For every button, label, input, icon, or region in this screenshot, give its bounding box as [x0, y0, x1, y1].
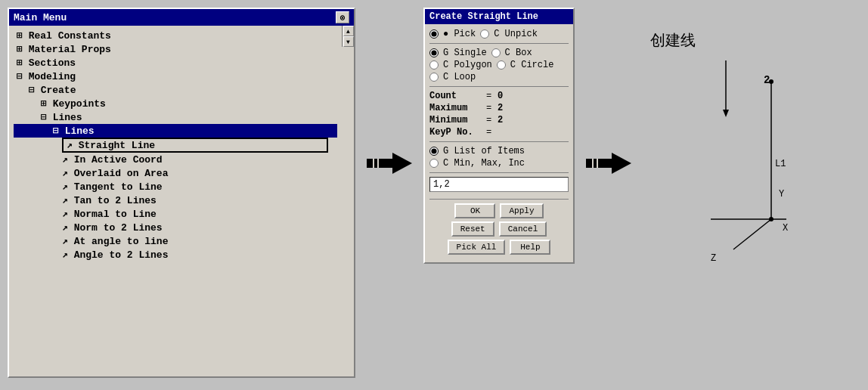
tree-item-sections[interactable]: ⊞ Sections	[14, 56, 337, 70]
max-val: 2	[498, 103, 503, 113]
chinese-label: 创建线	[650, 30, 696, 51]
loop-radio[interactable]	[429, 73, 439, 82]
count-row: Count = 0	[429, 91, 569, 101]
cad-area: 创建线 2 L1 Y Z X	[643, 8, 860, 378]
count-key: Count	[429, 91, 486, 101]
tree-item-overlaid-on-area[interactable]: ↗ Overlaid on Area	[14, 166, 337, 180]
arrow-2-svg	[584, 151, 633, 175]
tree-item-in-active-coord[interactable]: ↗ In Active Coord	[14, 153, 337, 166]
unpick-label: C Unpick	[494, 29, 538, 39]
polygon-radio[interactable]	[429, 60, 439, 70]
tree-item-lines-sub[interactable]: ⊟ Lines	[14, 124, 337, 138]
loop-label: C Loop	[443, 72, 476, 82]
menu-tree: ⊞ Real Constants ⊞ Material Props ⊞ Sect…	[9, 26, 342, 376]
scrollbar[interactable]: ▲ ▼	[342, 26, 354, 47]
help-button[interactable]: Help	[510, 240, 550, 255]
dialog-titlebar: Create Straight Line	[425, 9, 573, 24]
dialog-body: ● Pick C Unpick G Single C Box C Polygon…	[425, 24, 573, 262]
keyp-key: KeyP No.	[429, 127, 486, 138]
tree-item-real-constants[interactable]: ⊞ Real Constants	[14, 29, 337, 42]
unpick-radio[interactable]	[480, 29, 489, 39]
loop-row: C Loop	[429, 72, 569, 82]
main-menu-title: Main Menu	[14, 12, 67, 23]
scroll-up-btn[interactable]: ▲	[343, 26, 354, 36]
apply-button[interactable]: Apply	[500, 203, 543, 218]
svg-rect-4	[586, 159, 615, 168]
box-label: C Box	[505, 48, 532, 58]
collapse-button[interactable]: ⊗	[336, 11, 349, 23]
minmaxinc-radio-row: C Min, Max, Inc	[429, 158, 569, 169]
min-key: Minimum	[429, 115, 486, 125]
max-row: Maximum = 2	[429, 103, 569, 113]
tree-item-keypoints[interactable]: ⊞ Keypoints	[14, 97, 337, 110]
ok-button[interactable]: OK	[454, 203, 495, 218]
tree-item-material-props[interactable]: ⊞ Material Props	[14, 42, 337, 56]
reset-cancel-row: Reset Cancel	[429, 221, 569, 237]
svg-marker-1	[392, 153, 412, 174]
svg-point-18	[769, 217, 773, 221]
point2-label: 2	[764, 74, 770, 86]
list-items-label: G List of Items	[443, 146, 525, 156]
keyp-eq: =	[486, 127, 498, 138]
pick-label: ● Pick	[443, 29, 476, 39]
list-input-field[interactable]	[429, 177, 569, 192]
polygon-circle-row: C Polygon C Circle	[429, 60, 569, 70]
svg-rect-2	[373, 159, 374, 168]
tree-item-normal-to-line[interactable]: ↗ Normal to Line	[14, 207, 337, 221]
count-eq: =	[486, 91, 498, 101]
svg-text:Y: Y	[779, 189, 784, 200]
svg-text:L1: L1	[775, 159, 786, 169]
count-val: 0	[498, 91, 503, 101]
tree-item-create[interactable]: ⊟ Create	[14, 83, 337, 97]
menu-content: ⊞ Real Constants ⊞ Material Props ⊞ Sect…	[9, 26, 354, 376]
single-radio[interactable]	[429, 48, 439, 57]
tree-item-modeling[interactable]: ⊟ Modeling	[14, 70, 337, 83]
max-key: Maximum	[429, 103, 486, 113]
list-items-radio[interactable]	[429, 147, 439, 156]
box-radio[interactable]	[491, 48, 501, 57]
dialog-title: Create Straight Line	[429, 11, 538, 22]
svg-text:X: X	[783, 223, 788, 234]
tree-item-tan-to-2-lines[interactable]: ↗ Tan to 2 Lines	[14, 193, 337, 207]
arrow-connector-2	[582, 8, 635, 175]
keyp-row: KeyP No. =	[429, 127, 569, 138]
list-radio-row: G List of Items	[429, 146, 569, 156]
min-row: Minimum = 2	[429, 115, 569, 125]
circle-label: C Circle	[510, 60, 554, 70]
pick-radio[interactable]	[429, 29, 439, 39]
svg-text:Z: Z	[711, 253, 716, 264]
svg-rect-0	[367, 159, 395, 168]
tree-item-norm-to-2-lines[interactable]: ↗ Norm to 2 Lines	[14, 221, 337, 234]
single-box-row: G Single C Box	[429, 48, 569, 58]
tree-item-tangent-to-line[interactable]: ↗ Tangent to Line	[14, 180, 337, 193]
tree-item-angle-to-2-lines[interactable]: ↗ Angle to 2 Lines	[14, 248, 337, 262]
svg-line-15	[733, 219, 771, 249]
min-eq: =	[486, 115, 498, 125]
main-menu-titlebar: Main Menu ⊗	[9, 9, 354, 26]
single-label: G Single	[443, 48, 487, 58]
min-max-inc-radio[interactable]	[429, 159, 439, 168]
cancel-button[interactable]: Cancel	[499, 221, 547, 237]
dialog-panel: Create Straight Line ● Pick C Unpick G S…	[423, 8, 575, 264]
svg-rect-7	[597, 159, 598, 168]
tree-item-at-angle-to-line[interactable]: ↗ At angle to line	[14, 234, 337, 248]
polygon-label: C Polygon	[443, 60, 492, 70]
arrow-1-svg	[365, 151, 414, 175]
tree-item-straight-line[interactable]: ↗ Straight Line	[62, 138, 328, 153]
ok-apply-row: OK Apply	[429, 203, 569, 218]
min-val: 2	[498, 115, 503, 125]
max-eq: =	[486, 103, 498, 113]
svg-rect-3	[377, 159, 379, 168]
scroll-down-btn[interactable]: ▼	[343, 36, 354, 47]
svg-rect-6	[592, 159, 594, 168]
svg-marker-5	[612, 153, 631, 174]
tree-item-lines[interactable]: ⊟ Lines	[14, 110, 337, 124]
pick-all-button[interactable]: Pick All	[448, 240, 506, 255]
arrow-connector-1	[363, 8, 416, 175]
cad-diagram: 2 L1 Y Z X	[665, 68, 801, 295]
reset-button[interactable]: Reset	[451, 221, 494, 237]
main-menu-panel: Main Menu ⊗ ⊞ Real Constants ⊞ Material …	[8, 8, 355, 378]
circle-radio[interactable]	[497, 60, 506, 70]
pick-unpick-row: ● Pick C Unpick	[429, 29, 569, 39]
min-max-inc-label: C Min, Max, Inc	[443, 158, 525, 169]
